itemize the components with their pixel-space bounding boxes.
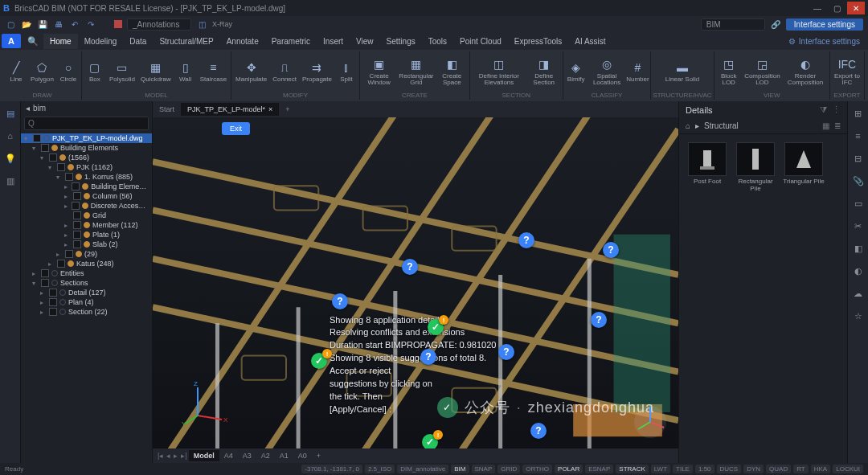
layout-tab-a4[interactable]: A4 <box>219 450 238 461</box>
expand-icon[interactable]: ▸ <box>56 251 63 258</box>
status-annoscale[interactable]: DIM_annotative <box>397 465 448 473</box>
visibility-checkbox[interactable] <box>49 154 57 162</box>
filter-icon[interactable]: ⧩ <box>820 104 827 115</box>
settings-icon[interactable]: ⚙ <box>788 37 796 46</box>
component-card-rectangular-pile[interactable]: Rectangular Pile <box>734 142 777 193</box>
panel-collapse-icon[interactable]: ◂ <box>26 104 30 113</box>
expand-icon[interactable]: ▸ <box>64 231 71 239</box>
ribbon-define-interior-elevations-button[interactable]: ◫Define Interior Elevations <box>472 51 526 91</box>
ribbon-manipulate-button[interactable]: ✥Manipulate <box>233 51 269 91</box>
menu-tab-insert[interactable]: Insert <box>317 34 350 49</box>
expand-icon[interactable]: ▸ <box>32 270 39 277</box>
rail-favorites-icon[interactable]: ☆ <box>851 309 866 323</box>
expand-icon[interactable]: ▸ <box>64 193 71 200</box>
status-toggle-quad[interactable]: QUAD <box>766 465 791 473</box>
visibility-checkbox[interactable] <box>73 221 81 229</box>
menu-tab-home[interactable]: Home <box>43 34 78 49</box>
rail-home-icon[interactable]: ⌂ <box>3 129 18 143</box>
expand-icon[interactable]: ▸ <box>48 260 55 268</box>
tree-node[interactable]: ▸Column (56) <box>21 191 152 201</box>
open-icon[interactable]: 📂 <box>21 18 32 30</box>
layout-first-icon[interactable]: |◂ <box>156 452 165 460</box>
status-scale[interactable]: 2.5_ISO <box>365 465 395 473</box>
ribbon-create-space-button[interactable]: ◧Create Space <box>436 51 468 91</box>
workspace-dropdown[interactable]: BIM <box>701 18 765 31</box>
layout-tab-model[interactable]: Model <box>189 450 219 461</box>
expand-icon[interactable]: ▸ <box>64 222 71 229</box>
ribbon-propagate-button[interactable]: ⇉Propagate <box>300 51 334 91</box>
menu-tab-ai-assist[interactable]: AI Assist <box>568 34 612 49</box>
visibility-checkbox[interactable] <box>65 250 73 258</box>
expand-icon[interactable]: ▸ <box>64 241 71 248</box>
menu-tab-data[interactable]: Data <box>123 34 153 49</box>
ribbon-linear-solid-button[interactable]: ▬Linear Solid <box>663 51 702 91</box>
visibility-checkbox[interactable] <box>41 279 49 287</box>
menu-tab-modeling[interactable]: Modeling <box>78 34 124 49</box>
tree-node[interactable]: ▸Plan (4) <box>21 297 152 307</box>
menu-tab-parametric[interactable]: Parametric <box>265 34 317 49</box>
tree-node[interactable]: ▸ (29) <box>21 249 152 259</box>
status-toggle-grid[interactable]: GRID <box>497 465 520 473</box>
layout-last-icon[interactable]: ▸| <box>179 452 188 460</box>
rail-render-icon[interactable]: ◐ <box>851 264 866 278</box>
layout-tab-a3[interactable]: A3 <box>238 450 256 461</box>
rail-attachments-icon[interactable]: 📎 <box>851 174 866 188</box>
interface-settings-link[interactable]: Interface settings <box>799 37 860 46</box>
details-breadcrumb[interactable]: Structural <box>704 121 739 130</box>
ribbon-box-button[interactable]: ▢Box <box>84 51 106 91</box>
rail-sheets-icon[interactable]: ▭ <box>851 196 866 211</box>
status-toggle-ortho[interactable]: ORTHO <box>522 465 552 473</box>
ribbon-circle-button[interactable]: ○Circle <box>57 51 80 91</box>
redo-icon[interactable]: ↷ <box>85 18 96 30</box>
rail-layers-icon[interactable]: ▥ <box>3 174 18 188</box>
tree-node[interactable]: ▸Discrete Accessory (427) <box>21 201 152 211</box>
ribbon-number-button[interactable]: #Number <box>626 51 649 91</box>
visibility-checkbox[interactable] <box>72 182 80 190</box>
expand-icon[interactable]: ▸ <box>40 289 47 297</box>
save-icon[interactable]: 💾 <box>37 18 48 30</box>
tree-node[interactable]: ▸Plate (1) <box>21 230 152 240</box>
minimize-button[interactable]: — <box>809 2 826 14</box>
tree-node[interactable]: ▾Sections <box>21 278 152 288</box>
expand-icon[interactable]: ▸ <box>64 203 69 210</box>
rail-panels-icon[interactable]: ⊞ <box>851 106 866 121</box>
status-toggle-strack[interactable]: STRACK <box>616 465 648 473</box>
print-icon[interactable]: 🖶 <box>53 18 64 30</box>
status-toggle-lockui[interactable]: LOCKUI <box>833 465 863 473</box>
layer-dropdown[interactable]: _Annotations <box>127 18 191 31</box>
status-toggle-esnap[interactable]: ESNAP <box>585 465 613 473</box>
viewport[interactable]: Exit Showing 8 application details.Resol… <box>153 117 678 448</box>
expand-icon[interactable]: ▾ <box>40 154 47 162</box>
rail-library-icon[interactable]: ⊟ <box>851 151 866 166</box>
rail-materials-icon[interactable]: ◧ <box>851 241 866 256</box>
ribbon-split-button[interactable]: ⫿Split <box>335 51 358 91</box>
ribbon-wall-button[interactable]: ▯Wall <box>174 51 197 91</box>
status-toggle-polar[interactable]: POLAR <box>555 465 583 473</box>
tree-node[interactable]: ▸Member (112) <box>21 220 152 230</box>
tree-node[interactable]: ▾Building Elements <box>21 143 152 153</box>
ribbon-polysolid-button[interactable]: ▭Polysolid <box>107 51 137 91</box>
grid-view-icon[interactable]: ▦ <box>822 121 829 130</box>
ribbon-polygon-button[interactable]: ⬠Polygon <box>28 51 56 91</box>
suggestion-question-marker[interactable]: ? <box>591 312 607 328</box>
new-tab-button[interactable]: + <box>279 103 296 116</box>
visibility-checkbox[interactable] <box>49 308 57 316</box>
ribbon-bimify-button[interactable]: ◈Bimify <box>565 51 588 91</box>
expand-icon[interactable]: ▸ <box>64 183 69 190</box>
document-tab[interactable]: Start <box>153 103 181 116</box>
menu-tab-point-cloud[interactable]: Point Cloud <box>453 34 508 49</box>
suggestion-warning-marker[interactable]: ! <box>322 349 332 358</box>
suggestion-warning-marker[interactable]: ! <box>433 430 443 440</box>
suggestion-question-marker[interactable]: ? <box>498 344 514 360</box>
suggestion-warning-marker[interactable]: ! <box>439 315 448 325</box>
tree-node[interactable]: ▸Katus (248) <box>21 259 152 268</box>
undo-icon[interactable]: ↶ <box>69 18 80 30</box>
status-toggle-dyn[interactable]: DYN <box>743 465 764 473</box>
layer-color-swatch[interactable] <box>114 20 122 28</box>
layout-tab-a0[interactable]: A0 <box>293 450 312 461</box>
ribbon-block-lod-button[interactable]: ◳Block LOD <box>716 51 742 91</box>
maximize-button[interactable]: ▢ <box>828 2 845 14</box>
expand-icon[interactable]: ▾ <box>24 135 31 142</box>
expand-icon[interactable]: ▸ <box>40 309 47 316</box>
rail-structure-icon[interactable]: ▤ <box>3 106 18 121</box>
